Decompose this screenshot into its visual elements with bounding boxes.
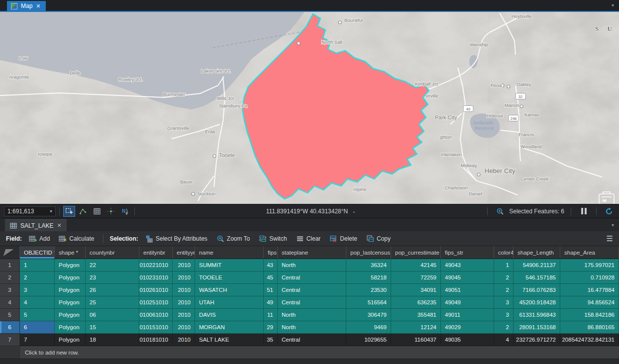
table-cell[interactable]: 1160437 xyxy=(391,334,441,346)
table-cell[interactable]: Central xyxy=(278,334,346,346)
chevron-down-icon[interactable]: ▾ xyxy=(612,2,614,8)
clear-selection-button[interactable]: Clear xyxy=(293,233,324,244)
table-cell[interactable]: 61331.596843 xyxy=(514,309,560,321)
table-cell[interactable]: 54906.21137 xyxy=(514,259,560,272)
table-cell[interactable]: 45 xyxy=(264,272,278,284)
column-header-color4[interactable]: color4 xyxy=(494,246,514,259)
column-header-objectid-[interactable]: OBJECTID * xyxy=(20,246,55,259)
table-cell[interactable]: SUMMIT xyxy=(195,259,264,272)
row-number-7[interactable]: 7 xyxy=(0,334,20,346)
row-number-2[interactable]: 2 xyxy=(0,272,20,284)
column-header-fips[interactable]: fips xyxy=(264,246,278,259)
table-cell[interactable]: 2010181010 xyxy=(139,334,173,346)
column-header-entitynbr[interactable]: entitynbr xyxy=(139,246,173,259)
switch-selection-button[interactable]: Switch xyxy=(256,233,290,244)
column-header-stateplane[interactable]: stateplane xyxy=(278,246,346,259)
column-header-shape-length[interactable]: shape_Length xyxy=(514,246,560,259)
north-arrow-icon[interactable]: N xyxy=(119,206,131,217)
column-header-shape-[interactable]: shape * xyxy=(55,246,86,259)
table-cell[interactable]: TOOELE xyxy=(195,272,264,284)
table-cell[interactable]: 49011 xyxy=(441,309,494,321)
table-cell[interactable]: 355481 xyxy=(391,309,441,321)
select-vertices-icon[interactable] xyxy=(77,206,89,217)
table-cell[interactable]: 2010 xyxy=(173,334,195,346)
table-cell[interactable]: 49 xyxy=(264,296,278,309)
table-cell[interactable]: 2 xyxy=(494,321,514,334)
table-cell[interactable]: 35 xyxy=(264,334,278,346)
table-cell[interactable]: 2 xyxy=(494,272,514,284)
table-cell[interactable]: 1029655 xyxy=(346,334,391,346)
table-cell[interactable]: 2010151010 xyxy=(139,321,173,334)
table-cell[interactable]: Central xyxy=(278,272,346,284)
table-cell[interactable]: North xyxy=(278,309,346,321)
row-number-3[interactable]: 3 xyxy=(0,284,20,296)
attribute-table-icon[interactable] xyxy=(91,206,103,217)
table-cell[interactable]: 2 xyxy=(494,284,514,296)
table-cell[interactable]: Polygon xyxy=(55,284,86,296)
close-icon[interactable]: ✕ xyxy=(57,222,61,229)
table-cell[interactable]: 3 xyxy=(20,284,55,296)
table-cell[interactable]: SALT LAKE xyxy=(195,334,264,346)
table-cell[interactable]: 232726.971272 xyxy=(514,334,560,346)
column-header-shape-area[interactable]: shape_Area xyxy=(560,246,619,259)
table-cell[interactable]: 175.997021 xyxy=(560,259,619,272)
table-cell[interactable]: 2010221010 xyxy=(139,259,173,272)
table-cell[interactable]: 23 xyxy=(86,272,139,284)
table-cell[interactable]: 18 xyxy=(86,334,139,346)
zoom-to-button[interactable]: Zoom To xyxy=(213,233,253,244)
table-cell[interactable]: 158.842186 xyxy=(560,309,619,321)
close-icon[interactable]: ✕ xyxy=(36,3,40,9)
column-header-countynbr[interactable]: countynbr xyxy=(86,246,139,259)
calculate-field-button[interactable]: Calculate xyxy=(56,233,97,244)
table-cell[interactable]: Polygon xyxy=(55,296,86,309)
table-cell[interactable]: 3 xyxy=(494,309,514,321)
table-cell[interactable]: 2010 xyxy=(173,321,195,334)
table-cell[interactable]: 306479 xyxy=(346,309,391,321)
table-cell[interactable]: 34091 xyxy=(391,284,441,296)
table-cell[interactable]: Central xyxy=(278,296,346,309)
zoom-to-selection-icon[interactable] xyxy=(494,206,506,217)
delete-button[interactable]: Delete xyxy=(326,233,360,244)
table-cell[interactable]: 58218 xyxy=(346,272,391,284)
map-canvas[interactable]: 4024832 BountifulNorth SaltHoytsvilleWan… xyxy=(0,12,619,204)
table-cell[interactable]: 2010251010 xyxy=(139,296,173,309)
table-cell[interactable]: 5 xyxy=(20,309,55,321)
chevron-down-icon[interactable]: ⌄ xyxy=(352,208,356,214)
refresh-icon[interactable] xyxy=(603,206,615,217)
select-features-icon[interactable] xyxy=(63,206,75,217)
table-cell[interactable]: 49049 xyxy=(441,296,494,309)
table-cell[interactable]: 23530 xyxy=(346,284,391,296)
table-cell[interactable]: Polygon xyxy=(55,309,86,321)
table-cell[interactable]: 636235 xyxy=(391,296,441,309)
table-cell[interactable]: 2 xyxy=(20,272,55,284)
table-cell[interactable]: 29 xyxy=(264,321,278,334)
map-viewport[interactable]: 4024832 BountifulNorth SaltHoytsvilleWan… xyxy=(0,12,619,204)
table-cell[interactable]: 26 xyxy=(86,284,139,296)
column-header-name[interactable]: name xyxy=(195,246,264,259)
table-cell[interactable]: North xyxy=(278,259,346,272)
table-cell[interactable]: 06 xyxy=(86,309,139,321)
column-header-pop-currestimate[interactable]: pop_currestimate xyxy=(391,246,441,259)
table-cell[interactable]: 0.710928 xyxy=(560,272,619,284)
table-cell[interactable]: Central xyxy=(278,284,346,296)
table-cell[interactable]: 45200.918428 xyxy=(514,296,560,309)
table-cell[interactable]: 9469 xyxy=(346,321,391,334)
row-number-6[interactable]: 6 xyxy=(0,321,20,334)
row-number-1[interactable]: 1 xyxy=(0,259,20,272)
table-cell[interactable]: Polygon xyxy=(55,272,86,284)
table-cell[interactable]: 94.856524 xyxy=(560,296,619,309)
tab-salt-lake[interactable]: SALT_LAKE ✕ xyxy=(5,219,67,231)
table-cell[interactable]: 516564 xyxy=(346,296,391,309)
table-cell[interactable]: 2010231010 xyxy=(139,272,173,284)
add-field-button[interactable]: Add xyxy=(26,233,53,244)
table-cell[interactable]: 4 xyxy=(20,296,55,309)
table-cell[interactable]: 546.157185 xyxy=(514,272,560,284)
table-cell[interactable]: 36324 xyxy=(346,259,391,272)
table-cell[interactable]: 1 xyxy=(20,259,55,272)
table-cell[interactable]: 86.880165 xyxy=(560,321,619,334)
column-header-entityyr[interactable]: entityyr xyxy=(173,246,195,259)
table-cell[interactable]: 28091.153168 xyxy=(514,321,560,334)
table-cell[interactable]: 2010061010 xyxy=(139,309,173,321)
table-cell[interactable]: 7 xyxy=(20,334,55,346)
table-cell[interactable]: 12124 xyxy=(391,321,441,334)
